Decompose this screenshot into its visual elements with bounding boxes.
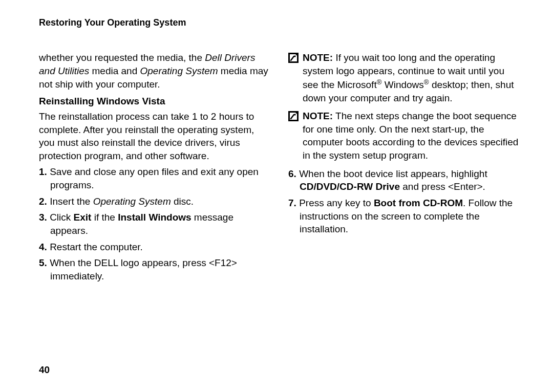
step-text: Save and close any open files and exit a… [47, 166, 259, 190]
text: The next steps change the boot sequence … [303, 111, 518, 161]
section-heading: Reinstalling Windows Vista [39, 95, 271, 108]
step-number: 1. [39, 166, 47, 177]
registered-mark: ® [424, 78, 429, 86]
registered-mark: ® [377, 78, 382, 86]
manual-page: Restoring Your Operating System whether … [0, 0, 553, 392]
note-text: NOTE: The next steps change the boot seq… [303, 110, 520, 162]
product-name: Operating System [140, 66, 218, 76]
note-block: NOTE: If you wait too long and the opera… [288, 51, 520, 104]
left-column: whether you requested the media, the Del… [39, 51, 271, 286]
step-number: 5. [39, 257, 47, 268]
ui-label: Install Windows [118, 212, 191, 223]
step-7: 7. Press any key to Boot from CD-ROM. Fo… [288, 197, 520, 236]
step-text: disc. [171, 196, 194, 207]
ui-label: Exit [74, 212, 92, 223]
step-4: 4. Restart the computer. [39, 241, 271, 254]
right-column: NOTE: If you wait too long and the opera… [288, 51, 520, 286]
step-text: Restart the computer. [47, 242, 143, 252]
step-text: Insert the [47, 196, 93, 207]
step-1: 1. Save and close any open files and exi… [39, 165, 271, 191]
note-label: NOTE: [303, 111, 333, 121]
note-text: NOTE: If you wait too long and the opera… [303, 51, 520, 104]
intro-paragraph: The reinstallation process can take 1 to… [39, 110, 271, 163]
note-icon [288, 53, 299, 63]
step-list: 1. Save and close any open files and exi… [39, 165, 271, 282]
step-6: 6. When the boot device list appears, hi… [288, 167, 520, 193]
step-2: 2. Insert the Operating System disc. [39, 195, 271, 208]
text: Windows [381, 79, 423, 90]
disc-name: Operating System [93, 196, 171, 207]
note-label: NOTE: [303, 52, 333, 63]
step-5: 5. When the DELL logo appears, press <F1… [39, 256, 271, 282]
two-column-layout: whether you requested the media, the Del… [39, 51, 520, 286]
note-block: NOTE: The next steps change the boot seq… [288, 110, 520, 162]
step-text: if the [91, 212, 118, 223]
step-number: 2. [39, 196, 47, 207]
step-number: 3. [39, 212, 47, 223]
step-number: 7. [288, 198, 296, 208]
text: whether you requested the media, the [39, 52, 205, 63]
note-icon [288, 111, 299, 121]
step-text: Click [47, 212, 74, 223]
page-number: 40 [39, 363, 50, 377]
ui-label: Boot from CD-ROM [374, 198, 463, 208]
step-text: and press <Enter>. [400, 181, 485, 192]
step-number: 6. [288, 168, 296, 179]
carryover-paragraph: whether you requested the media, the Del… [39, 51, 271, 91]
step-text: When the DELL logo appears, press <F12> … [47, 257, 237, 281]
step-list-continued: 6. When the boot device list appears, hi… [288, 167, 520, 236]
step-number: 4. [39, 242, 47, 252]
step-text: When the boot device list appears, highl… [296, 168, 487, 179]
step-text: Press any key to [296, 198, 374, 208]
step-3: 3. Click Exit if the Install Windows mes… [39, 211, 271, 237]
ui-label: CD/DVD/CD-RW Drive [300, 181, 400, 192]
text: media and [89, 66, 140, 76]
running-header: Restoring Your Operating System [39, 16, 520, 29]
